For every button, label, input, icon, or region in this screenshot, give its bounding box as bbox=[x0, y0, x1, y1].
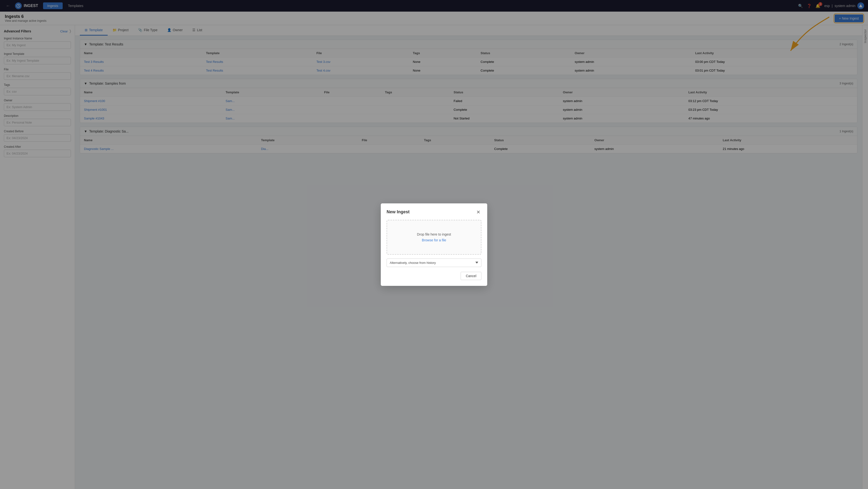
new-ingest-modal: New Ingest ✕ Drop file here to ingest Br… bbox=[381, 203, 487, 286]
history-select[interactable]: Alternatively, choose from history bbox=[386, 259, 482, 267]
modal-title: New Ingest bbox=[386, 209, 409, 215]
cancel-button[interactable]: Cancel bbox=[461, 272, 482, 280]
browse-file-link[interactable]: Browse for a file bbox=[422, 238, 446, 242]
modal-actions: Cancel bbox=[386, 272, 482, 280]
modal-close-button[interactable]: ✕ bbox=[475, 209, 482, 215]
drop-zone-text: Drop file here to ingest bbox=[392, 232, 476, 236]
modal-header: New Ingest ✕ bbox=[386, 209, 482, 215]
file-drop-zone[interactable]: Drop file here to ingest Browse for a fi… bbox=[386, 220, 482, 255]
modal-overlay: New Ingest ✕ Drop file here to ingest Br… bbox=[0, 0, 868, 489]
